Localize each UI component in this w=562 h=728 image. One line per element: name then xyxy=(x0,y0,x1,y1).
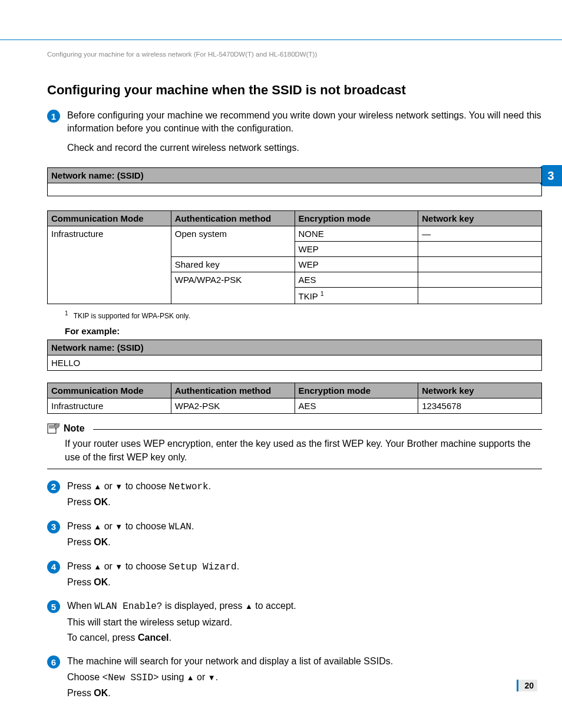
note-block: Note If your router uses WEP encryption,… xyxy=(47,423,542,469)
ssid-blank-value xyxy=(48,183,542,196)
modes-r3-key xyxy=(418,272,542,288)
step-2: 2Press ▲ or ▼ to choose Network.Press OK… xyxy=(47,480,542,512)
ex-h4: Network key xyxy=(418,383,542,398)
section-title: Configuring your machine when the SSID i… xyxy=(47,83,406,98)
footnote: 1 TKIP is supported for WPA-PSK only. xyxy=(65,310,542,320)
step-6-line-1: The machine will search for your network… xyxy=(67,655,542,668)
modes-h2: Authentication method xyxy=(171,211,295,226)
step-1: 1 Before configuring your machine we rec… xyxy=(47,109,542,157)
page-number: 20 xyxy=(517,680,537,691)
step-bullet-2: 2 xyxy=(47,480,60,493)
step-3-body: Press ▲ or ▼ to choose WLAN.Press OK. xyxy=(67,520,542,552)
step-2-line-2: Press OK. xyxy=(67,496,542,509)
step-4-line-2: Press OK. xyxy=(67,576,542,589)
step-bullet-4: 4 xyxy=(47,561,60,574)
step-1-body: Before configuring your machine we recom… xyxy=(67,109,542,157)
step-3: 3Press ▲ or ▼ to choose WLAN.Press OK. xyxy=(47,520,542,552)
modes-r4-enc: TKIP 1 xyxy=(295,288,418,304)
step-5-line-1: When WLAN Enable? is displayed, press ▲ … xyxy=(67,599,542,613)
step-5-body: When WLAN Enable? is displayed, press ▲ … xyxy=(67,599,542,647)
step-6-body: The machine will search for your network… xyxy=(67,655,542,702)
step-6-line-2: Choose <New SSID> using ▲ or ▼. xyxy=(67,671,542,684)
ex-r-enc: AES xyxy=(295,398,418,414)
step-bullet-1: 1 xyxy=(47,110,60,123)
step-3-line-2: Press OK. xyxy=(67,536,542,549)
top-rule xyxy=(0,39,562,40)
ssid-example-value: HELLO xyxy=(48,355,542,371)
ex-h1: Communication Mode xyxy=(48,383,171,398)
step-5-line-3: To cancel, press Cancel. xyxy=(67,631,542,644)
step-4-body: Press ▲ or ▼ to choose Setup Wizard.Pres… xyxy=(67,560,542,592)
ex-r-key: 12345678 xyxy=(418,398,542,414)
ex-h2: Authentication method xyxy=(171,383,295,398)
ssid-example-header: Network name: (SSID) xyxy=(48,340,542,355)
ssid-blank-table: Network name: (SSID) xyxy=(47,167,542,196)
modes-r0-key: — xyxy=(418,226,542,242)
step-3-line-1: Press ▲ or ▼ to choose WLAN. xyxy=(67,520,542,533)
note-rule-bottom xyxy=(47,469,542,469)
step-2-line-1: Press ▲ or ▼ to choose Network. xyxy=(67,480,542,493)
step-4-line-1: Press ▲ or ▼ to choose Setup Wizard. xyxy=(67,560,542,574)
modes-r2-auth: Shared key xyxy=(171,257,295,272)
step-6-line-3: Press OK. xyxy=(67,687,542,700)
modes-table: Communication Mode Authentication method… xyxy=(47,210,542,304)
footnote-text: TKIP is supported for WPA-PSK only. xyxy=(74,312,190,320)
note-label: Note xyxy=(64,423,85,434)
ssid-blank-header: Network name: (SSID) xyxy=(48,168,542,183)
step-5-line-2: This will start the wireless setup wizar… xyxy=(67,616,542,629)
ex-r-comm: Infrastructure xyxy=(48,398,171,414)
modes-r1-key xyxy=(418,242,542,257)
example-table: Communication Mode Authentication method… xyxy=(47,383,542,414)
note-rule-top xyxy=(93,429,542,430)
breadcrumb: Configuring your machine for a wireless … xyxy=(47,51,317,58)
ex-h3: Encryption mode xyxy=(295,383,418,398)
modes-r0-auth: Open system xyxy=(171,226,295,257)
modes-h1: Communication Mode xyxy=(48,211,171,226)
step-5: 5 When WLAN Enable? is displayed, press … xyxy=(47,599,542,647)
modes-r1-enc: WEP xyxy=(295,242,418,257)
content-area: 1 Before configuring your machine we rec… xyxy=(47,109,542,711)
modes-r4-enc-sup: 1 xyxy=(320,290,324,297)
note-icon xyxy=(47,423,60,434)
modes-r0-enc: NONE xyxy=(295,226,418,242)
step-6: 6 The machine will search for your netwo… xyxy=(47,655,542,702)
modes-r2-key xyxy=(418,257,542,272)
for-example-label: For example: xyxy=(65,326,542,336)
note-body: If your router uses WEP encryption, ente… xyxy=(65,437,542,464)
ex-r-auth: WPA2-PSK xyxy=(171,398,295,414)
step-1-text-1: Before configuring your machine we recom… xyxy=(67,109,542,136)
step-bullet-6: 6 xyxy=(47,655,60,668)
chapter-tab: 3 xyxy=(540,165,562,186)
modes-r2-enc: WEP xyxy=(295,257,418,272)
modes-h3: Encryption mode xyxy=(295,211,418,226)
step-4: 4Press ▲ or ▼ to choose Setup Wizard.Pre… xyxy=(47,560,542,592)
step-bullet-3: 3 xyxy=(47,521,60,533)
modes-r0-comm: Infrastructure xyxy=(48,226,171,304)
modes-r3-enc: AES xyxy=(295,272,418,288)
modes-h4: Network key xyxy=(418,211,542,226)
modes-r4-key xyxy=(418,288,542,304)
step-2-body: Press ▲ or ▼ to choose Network.Press OK. xyxy=(67,480,542,512)
ssid-example-table: Network name: (SSID) HELLO xyxy=(47,340,542,371)
step-1-text-2: Check and record the current wireless ne… xyxy=(67,141,542,154)
footnote-num: 1 xyxy=(65,310,68,317)
step-bullet-5: 5 xyxy=(47,600,60,613)
note-head: Note xyxy=(47,423,542,434)
modes-r3-auth: WPA/WPA2-PSK xyxy=(171,272,295,304)
